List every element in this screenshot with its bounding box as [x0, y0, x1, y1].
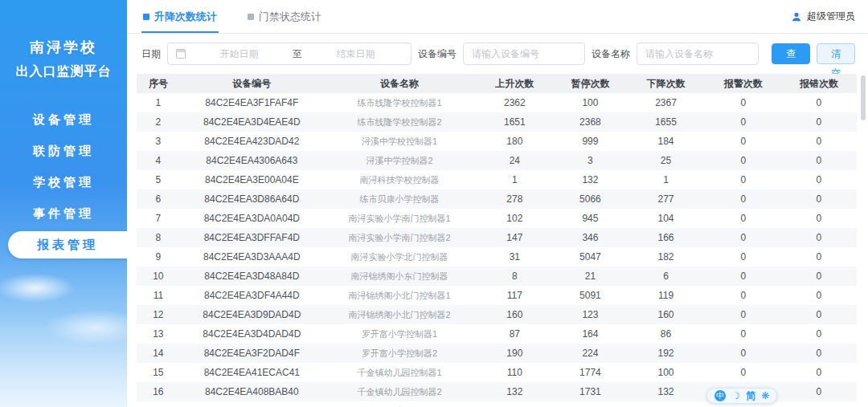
simplified-icon[interactable]: 简 — [746, 390, 755, 401]
table-row[interactable]: 284C2E4EA3D4EAE4D练市线隆学校控制器21651236816550… — [137, 112, 857, 132]
calendar-icon — [176, 49, 186, 59]
tab-1[interactable]: 升降次数统计 — [141, 0, 219, 33]
device-id: 84C2E4EA3F2DAD4F — [180, 344, 324, 363]
app-window: 南浔学校 出入口监测平台 设备管理联防管理学校管理事件管理报表管理 升降次数统计… — [0, 0, 868, 407]
device-name: 浔溪中学校控制器1 — [324, 132, 475, 151]
sidebar-item-2[interactable]: 联防管理 — [0, 137, 127, 165]
main-content: 升降次数统计门禁状态统计 超级管理员 日期 开始日期 至 结束日期 设备编号 — [127, 0, 868, 407]
sidebar-item-1[interactable]: 设备管理 — [0, 106, 127, 133]
table-row[interactable]: 384C2E4EA423DAD42浔溪中学校控制器118099918400 — [137, 132, 857, 151]
pause-count: 132 — [555, 170, 627, 189]
table-row[interactable]: 784C2E4EA3DA0A04D南浔实验小学南门控制器110294510400 — [137, 209, 857, 228]
table-row[interactable]: 1384C2E4EA3D4DAD4D罗开富小学控制器1871648600 — [137, 324, 857, 344]
device-name-input[interactable] — [637, 43, 759, 65]
device-name: 南浔锦绣阁小东门控制器 — [324, 267, 475, 286]
topbar: 升降次数统计门禁状态统计 超级管理员 — [127, 0, 868, 34]
start-date-placeholder: 开始日期 — [192, 47, 286, 61]
descend-count: 25 — [626, 151, 706, 170]
table-row[interactable]: 884C2E4EA3DFFAF4D南浔实验小学南门控制器214734616600 — [137, 228, 857, 247]
date-to-label: 至 — [293, 47, 302, 61]
rise-count: 31 — [475, 247, 555, 267]
report-table: 序号设备编号设备名称上升次数暂停次数下降次数报警次数报错次数 184C2E4EA… — [127, 74, 868, 407]
username: 超级管理员 — [807, 10, 855, 23]
table-row[interactable]: 1184C2E4EA3DF4A44D南浔锦绣阁小北门控制器11175091119… — [137, 286, 857, 305]
column-header: 上升次数 — [475, 74, 555, 93]
pause-count: 1774 — [555, 363, 627, 382]
statistics-table: 序号设备编号设备名称上升次数暂停次数下降次数报警次数报错次数 184C2E4EA… — [137, 74, 857, 407]
device-name: 南浔实验小学北门控制器 — [324, 247, 475, 267]
pause-count: 3 — [555, 151, 627, 170]
sidebar-item-5[interactable]: 报表管理 — [8, 231, 127, 258]
table-row[interactable]: 1284C2E4EA3D9DAD4D南浔锦绣阁小北门控制器21601231600… — [137, 305, 857, 324]
descend-count: 1655 — [626, 112, 706, 132]
device-id-input[interactable] — [463, 43, 585, 65]
translate-widget[interactable]: 中☽简❋ — [706, 388, 777, 404]
device-id: 84C2E4EA3DFFAF4D — [180, 228, 324, 247]
pause-count: 21 — [555, 267, 627, 286]
sidebar-item-3[interactable]: 学校管理 — [0, 169, 127, 196]
rise-count: 190 — [475, 344, 555, 363]
table-scrollbar[interactable] — [861, 75, 866, 120]
device-name: 南浔实验小学南门控制器2 — [324, 228, 475, 247]
alarm-count: 0 — [706, 132, 781, 151]
descend-count: 119 — [626, 286, 706, 305]
pause-count: 945 — [555, 209, 627, 228]
descend-count: 184 — [626, 132, 706, 151]
search-button[interactable]: 查询 — [772, 43, 810, 64]
error-count: 0 — [781, 324, 857, 344]
device-id: 84C2E4EA3D9DAD4D — [180, 305, 324, 324]
row-index: 2 — [137, 112, 180, 132]
user-icon — [791, 11, 802, 22]
rise-count: 147 — [475, 228, 555, 247]
descend-count: 2367 — [626, 93, 706, 112]
error-count: 0 — [781, 228, 857, 247]
alarm-count: 0 — [706, 151, 781, 170]
chinese-icon[interactable]: 中 — [714, 390, 726, 401]
table-row[interactable]: 984C2E4EA3D3AAA4D南浔实验小学北门控制器31504718200 — [137, 247, 857, 267]
alarm-count: 0 — [706, 247, 781, 267]
column-header: 序号 — [137, 74, 180, 93]
table-row[interactable]: 184C2E4EA3F1FAF4F练市线隆学校控制器12362100236700 — [137, 93, 857, 112]
error-count: 0 — [781, 170, 857, 189]
device-name: 浔溪中学控制器2 — [324, 151, 475, 170]
descend-count: 160 — [626, 305, 706, 324]
device-name: 南浔锦绣阁小北门控制器1 — [324, 286, 475, 305]
clear-button[interactable]: 清空 — [817, 43, 855, 64]
pause-count: 346 — [555, 228, 627, 247]
device-id: 84C2E4EA41ECAC41 — [180, 363, 324, 382]
user-menu[interactable]: 超级管理员 — [791, 0, 855, 33]
table-row[interactable]: 1084C2E4EA3D48A84D南浔锦绣阁小东门控制器821600 — [137, 267, 857, 286]
pause-count: 2368 — [555, 112, 627, 132]
device-name: 南浔锦绣阁小南门控制器 — [324, 401, 475, 407]
table-row[interactable]: 484C2E4EA4306A643浔溪中学控制器22432500 — [137, 151, 857, 170]
rise-count: 117 — [475, 286, 555, 305]
paw-icon[interactable]: ❋ — [761, 390, 769, 401]
table-row[interactable]: 584C2E4EA3E00A04E南浔科技学校控制器1132100 — [137, 170, 857, 189]
alarm-count: 0 — [706, 324, 781, 344]
table-row[interactable]: 1584C2E4EA41ECAC41千金镇幼儿园控制器1110177410000 — [137, 363, 857, 382]
moon-icon[interactable]: ☽ — [731, 390, 740, 401]
tab-2[interactable]: 门禁状态统计 — [246, 0, 323, 33]
rise-count: 160 — [475, 305, 555, 324]
descend-count: 100 — [626, 363, 706, 382]
error-count: 0 — [781, 209, 857, 228]
table-row[interactable]: 1484C2E4EA3F2DAD4F罗开富小学控制器219022419200 — [137, 344, 857, 363]
error-count: 0 — [781, 189, 857, 209]
rise-count: 24 — [475, 151, 555, 170]
descend-count: 104 — [626, 209, 706, 228]
row-index: 1 — [137, 93, 180, 112]
descend-count: 132 — [626, 382, 706, 401]
device-name: 练市贝康小学控制器 — [324, 189, 475, 209]
row-index: 17 — [137, 401, 180, 407]
date-range-input[interactable]: 开始日期 至 结束日期 — [167, 43, 411, 65]
rise-count: 87 — [475, 324, 555, 344]
column-header: 报警次数 — [706, 74, 781, 93]
alarm-count: 0 — [706, 189, 781, 209]
device-name: 罗开富小学控制器1 — [324, 324, 475, 344]
sidebar-item-4[interactable]: 事件管理 — [0, 200, 127, 227]
device-name: 练市线隆学校控制器1 — [324, 93, 475, 112]
device-id: 84C2E4EA423DAD42 — [180, 132, 324, 151]
row-index: 11 — [137, 286, 180, 305]
table-row[interactable]: 684C2E4EA3D86A64D练市贝康小学控制器278506627700 — [137, 189, 857, 209]
pause-count: 5066 — [555, 189, 627, 209]
